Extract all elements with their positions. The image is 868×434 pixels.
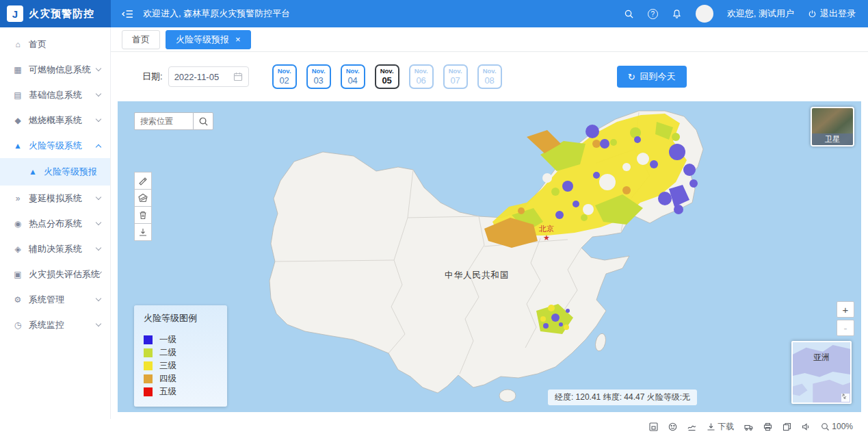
tab-label: 火险等级预报 bbox=[176, 34, 229, 46]
sidebar-item-loss-assessment[interactable]: ▣ 火灾损失评估系统 bbox=[0, 261, 110, 287]
risk-legend: 火险等级图例 一级 二级 三级 bbox=[134, 305, 227, 407]
zoom-controls: + - bbox=[837, 301, 854, 338]
sidebar-item-home[interactable]: ⌂ 首页 bbox=[0, 31, 110, 57]
legend-swatch-level2 bbox=[144, 348, 153, 357]
sidebar-item-base-info[interactable]: ▤ 基础信息系统 bbox=[0, 82, 110, 107]
feedback-emoji-icon[interactable] bbox=[668, 422, 677, 431]
search-icon[interactable] bbox=[624, 9, 634, 19]
printer-icon[interactable] bbox=[763, 422, 772, 431]
zoom-level-label: 100% bbox=[832, 422, 853, 431]
help-icon[interactable]: ? bbox=[648, 9, 658, 19]
zoom-magnifier-icon bbox=[821, 422, 830, 431]
minimap-expand-icon[interactable] bbox=[841, 394, 850, 402]
hainan-island bbox=[499, 390, 516, 402]
chevron-down-icon bbox=[96, 66, 101, 71]
sidebar-item-label: 辅助决策系统 bbox=[29, 243, 82, 255]
coordinates-readout: 经度: 120.41 纬度: 44.47 火险等级:无 bbox=[548, 390, 697, 405]
chip-day: 06 bbox=[410, 75, 432, 86]
date-chip-row: Nov.02 Nov.03 Nov.04 Nov.05 Nov.06 Nov.0… bbox=[272, 64, 502, 89]
copy-icon[interactable] bbox=[782, 422, 791, 431]
sidebar-item-label: 热点分布系统 bbox=[29, 218, 82, 230]
satellite-label: 卫星 bbox=[812, 133, 853, 145]
collapse-menu-icon[interactable] bbox=[122, 10, 133, 18]
chevron-down-icon bbox=[96, 91, 101, 97]
logout-button[interactable]: 退出登录 bbox=[808, 8, 856, 20]
chevron-down-icon bbox=[96, 245, 101, 251]
zoom-level-control[interactable]: 100% bbox=[821, 422, 853, 431]
date-input[interactable] bbox=[174, 72, 229, 82]
date-picker[interactable] bbox=[168, 66, 249, 87]
tab-home[interactable]: 首页 bbox=[122, 30, 160, 49]
sidebar-item-system-monitor[interactable]: ◷ 系统监控 bbox=[0, 312, 110, 337]
sidebar-item-system-admin[interactable]: ⚙ 系统管理 bbox=[0, 287, 110, 312]
today-button-label: 回到今天 bbox=[640, 71, 676, 83]
app-window: J 火灾预警防控 欢迎进入, 森林草原火灾预警防控平台 ? 欢迎您, 测试用户 … bbox=[0, 0, 868, 434]
sidebar-item-spread-simulation[interactable]: » 蔓延模拟系统 bbox=[0, 186, 110, 211]
sidebar-item-label: 火险等级系统 bbox=[29, 140, 82, 152]
delete-tool-icon[interactable] bbox=[134, 206, 152, 224]
download-button[interactable]: 下载 bbox=[707, 421, 734, 433]
decision-support-icon: ◈ bbox=[12, 244, 23, 254]
date-chip-nov-05-selected[interactable]: Nov.05 bbox=[375, 64, 399, 89]
signature-icon[interactable] bbox=[687, 422, 696, 431]
taiwan-island bbox=[594, 333, 607, 353]
legend-label: 二级 bbox=[159, 347, 176, 359]
burn-probability-icon: ◆ bbox=[12, 116, 23, 125]
legend-item: 三级 bbox=[144, 359, 218, 372]
polygon-tool-icon[interactable] bbox=[134, 189, 152, 207]
date-chip-nov-02[interactable]: Nov.02 bbox=[272, 64, 297, 89]
fire-risk-icon: ▲ bbox=[12, 141, 23, 151]
download-tool-icon[interactable] bbox=[134, 223, 152, 241]
sidebar-item-label: 系统管理 bbox=[29, 294, 64, 306]
map-container[interactable]: 中华人民共和国 北京 ★ bbox=[118, 101, 861, 412]
sidebar-item-fire-risk-system[interactable]: ▲ 火险等级系统 bbox=[0, 133, 110, 158]
overview-minimap[interactable]: 亚洲 bbox=[791, 341, 852, 404]
sidebar-item-label: 首页 bbox=[29, 38, 47, 51]
sidebar-item-decision-support[interactable]: ◈ 辅助决策系统 bbox=[0, 236, 110, 261]
measure-tool-icon[interactable] bbox=[134, 172, 152, 190]
zoom-in-button[interactable]: + bbox=[837, 301, 854, 318]
sidebar-item-label: 燃烧概率系统 bbox=[29, 114, 82, 127]
sidebar-item-fuel-info[interactable]: ▦ 可燃物信息系统 bbox=[0, 57, 110, 82]
close-icon[interactable]: × bbox=[235, 34, 241, 44]
zoom-out-button[interactable]: - bbox=[837, 320, 854, 336]
sidebar-item-burn-probability[interactable]: ◆ 燃烧概率系统 bbox=[0, 107, 110, 133]
sidebar-item-fire-risk-forecast[interactable]: ▲ 火险等级预报 bbox=[0, 158, 110, 186]
legend-item: 二级 bbox=[144, 346, 218, 359]
fire-risk-forecast-icon: ▲ bbox=[27, 167, 38, 177]
china-map[interactable]: 中华人民共和国 北京 ★ bbox=[118, 101, 861, 412]
search-button[interactable] bbox=[193, 112, 213, 130]
notifications-bell-icon[interactable] bbox=[672, 9, 682, 19]
date-chip-nov-03[interactable]: Nov.03 bbox=[306, 64, 331, 89]
back-to-today-button[interactable]: ↻ 回到今天 bbox=[617, 66, 687, 88]
chip-day: 02 bbox=[274, 75, 295, 86]
satellite-layer-toggle[interactable]: 卫星 bbox=[811, 107, 854, 146]
chevron-down-icon bbox=[96, 321, 101, 327]
user-greeting: 欢迎您, 测试用户 bbox=[727, 8, 794, 20]
chip-day: 04 bbox=[342, 75, 364, 86]
calendar-icon bbox=[233, 72, 243, 81]
gear-icon: ⚙ bbox=[12, 295, 23, 305]
date-chip-nov-04[interactable]: Nov.04 bbox=[341, 64, 365, 89]
app-title: 火灾预警防控 bbox=[29, 8, 94, 21]
legend-label: 三级 bbox=[159, 360, 176, 372]
sidebar-item-label: 火险等级预报 bbox=[44, 166, 97, 178]
chevron-down-icon bbox=[96, 296, 101, 301]
legend-swatch-level4 bbox=[144, 374, 153, 383]
map-draw-tools bbox=[134, 173, 152, 241]
legend-label: 四级 bbox=[159, 373, 176, 385]
search-input[interactable] bbox=[134, 112, 193, 130]
vehicle-icon[interactable] bbox=[744, 422, 753, 431]
country-label: 中华人民共和国 bbox=[445, 270, 510, 280]
volume-icon[interactable] bbox=[802, 422, 811, 431]
welcome-text: 欢迎进入, 森林草原火灾预警防控平台 bbox=[143, 8, 290, 20]
beijing-label: 北京 bbox=[538, 225, 554, 233]
date-chip-nov-06-disabled: Nov.06 bbox=[409, 64, 434, 89]
tab-fire-risk-forecast[interactable]: 火险等级预报 × bbox=[166, 30, 251, 49]
top-header: J 火灾预警防控 欢迎进入, 森林草原火灾预警防控平台 ? 欢迎您, 测试用户 … bbox=[0, 0, 868, 27]
legend-item: 五级 bbox=[144, 385, 218, 398]
user-avatar[interactable] bbox=[696, 5, 713, 23]
screenshot-icon[interactable] bbox=[649, 422, 658, 431]
sidebar-item-hotspot-distribution[interactable]: ◉ 热点分布系统 bbox=[0, 211, 110, 236]
legend-swatch-level1 bbox=[144, 335, 153, 344]
